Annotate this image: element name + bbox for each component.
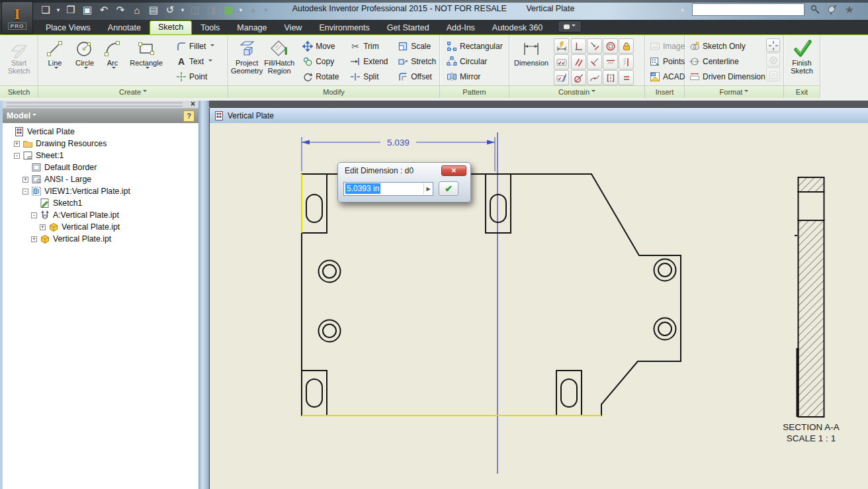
line-button[interactable]: Line — [41, 36, 69, 85]
component-icon[interactable]: ▩ — [221, 3, 236, 17]
sketch-only-button[interactable]: Sketch Only — [687, 38, 765, 54]
panel-footer-format[interactable]: Format — [685, 85, 783, 98]
point-button[interactable]: Point — [173, 69, 217, 84]
parallel-constraint-button[interactable] — [571, 54, 586, 69]
tab-environments[interactable]: Environments — [310, 21, 378, 34]
scale-button[interactable]: Scale — [395, 38, 443, 54]
rectangle-button[interactable]: Rectangle — [126, 36, 167, 85]
tree-item-vertical-plate-ipt-2[interactable]: + Vertical Plate.ipt — [3, 233, 198, 245]
search-key-icon[interactable] — [808, 3, 822, 16]
fix-constraint-button[interactable] — [619, 38, 634, 54]
perpendicular-constraint-button[interactable] — [571, 38, 586, 54]
expand-icon[interactable]: + — [31, 236, 37, 242]
expand-icon[interactable]: + — [22, 177, 28, 183]
component-caret-icon[interactable]: ▾ — [238, 3, 244, 17]
acad-button[interactable]: ACAD — [647, 69, 687, 84]
help-icon[interactable]: ? — [183, 111, 195, 122]
expand-icon[interactable]: + — [40, 224, 46, 230]
panel-footer-sketch[interactable]: Sketch — [0, 85, 38, 98]
tab-sketch[interactable]: Sketch — [150, 21, 192, 34]
tab-manage[interactable]: Manage — [228, 21, 275, 34]
communication-center-icon[interactable] — [826, 3, 839, 16]
finish-sketch-button[interactable]: Finish Sketch — [785, 36, 819, 85]
collapse-icon[interactable]: - — [14, 153, 20, 159]
update-icon[interactable]: ↺ — [163, 3, 177, 17]
panel-footer-modify[interactable]: Modify — [228, 85, 439, 98]
copy-button[interactable]: Copy — [300, 54, 347, 69]
application-menu-button[interactable]: I PRO — [1, 1, 33, 34]
vertical-constraint-button[interactable] — [619, 54, 634, 69]
panel-footer-exit[interactable]: Exit — [784, 85, 820, 98]
tree-item-a-vertical-plate[interactable]: - A:Vertical Plate.ipt — [3, 209, 198, 221]
centerline-button[interactable]: Centerline — [687, 54, 765, 69]
undo-icon[interactable]: ↶ — [97, 3, 111, 17]
tab-place-views[interactable]: Place Views — [37, 21, 99, 34]
tab-view[interactable]: View — [276, 21, 311, 34]
tree-item-view1[interactable]: - VIEW1:Vertical Plate.ipt — [3, 185, 198, 197]
horizontal-constraint-button[interactable] — [603, 54, 618, 69]
dimension-value-text[interactable]: 5.039 — [387, 138, 410, 148]
move-button[interactable]: Move — [300, 38, 347, 54]
dimension-button[interactable]: Dimension — [511, 36, 551, 85]
dialog-close-button[interactable]: ✕ — [441, 165, 466, 176]
split-button[interactable]: Split — [347, 69, 395, 84]
collapse-icon[interactable]: - — [22, 189, 28, 195]
tree-item-default-border[interactable]: Default Border — [3, 161, 198, 173]
close-icon[interactable]: × — [191, 99, 195, 109]
dialog-title-bar[interactable]: Edit Dimension : d0 ✕ — [338, 163, 470, 178]
tab-options-button[interactable] — [558, 21, 582, 32]
rectangular-pattern-button[interactable]: Rectangular — [444, 38, 505, 54]
tree-item-sketch1[interactable]: Sketch1 — [3, 197, 198, 209]
panel-footer-create[interactable]: Create — [38, 85, 228, 98]
appearance-icon[interactable]: ◨ — [204, 3, 219, 17]
panel-footer-insert[interactable]: Insert — [645, 85, 684, 98]
tree-item-sheet1[interactable]: - Sheet:1 — [3, 150, 198, 161]
section-view[interactable] — [795, 177, 824, 417]
new-file-caret-icon[interactable]: ▾ — [55, 3, 62, 17]
dimension-value-input[interactable]: 5.0393 in ▶ — [343, 182, 433, 196]
open-file-icon[interactable]: ❒ — [64, 3, 78, 17]
redo-icon[interactable]: ↷ — [113, 3, 128, 17]
fillet-button[interactable]: Fillet — [173, 38, 217, 54]
home-icon[interactable]: ⌂ — [130, 3, 144, 17]
browser-splitter[interactable] — [198, 101, 209, 489]
panel-footer-constrain[interactable]: Constrain — [509, 85, 644, 98]
tab-add-ins[interactable]: Add-Ins — [438, 21, 484, 34]
favorites-star-icon[interactable]: ★ — [843, 3, 856, 16]
coincident-constraint-button[interactable] — [587, 38, 602, 54]
expand-icon[interactable]: + — [14, 141, 20, 147]
driven-dimension-button[interactable]: Driven Dimension — [687, 69, 765, 84]
add-tool-icon[interactable]: + — [246, 3, 261, 17]
mirror-button[interactable]: Mirror — [444, 69, 505, 84]
show-constraints-button[interactable] — [554, 54, 569, 69]
tangent-constraint-button[interactable] — [571, 70, 586, 85]
constraint-settings-button[interactable] — [554, 70, 569, 85]
auto-dimension-button[interactable] — [554, 38, 569, 54]
drawing-canvas[interactable]: 5.039 — [210, 123, 868, 489]
tab-tools[interactable]: Tools — [192, 21, 228, 34]
points-button[interactable]: Points — [647, 54, 687, 69]
extend-button[interactable]: Extend — [347, 54, 395, 69]
concentric-constraint-button[interactable] — [603, 38, 618, 54]
construction-toggle-button[interactable] — [766, 53, 780, 67]
tab-get-started[interactable]: Get Started — [378, 21, 438, 34]
browser-grip-bar[interactable]: × — [3, 101, 198, 109]
symmetric-constraint-button[interactable] — [603, 70, 618, 85]
qat-customize-icon[interactable]: ▾ — [263, 3, 269, 17]
smooth-constraint-button[interactable] — [587, 70, 602, 85]
image-button[interactable]: Image — [647, 38, 687, 54]
fill-hatch-region-button[interactable]: Fill/Hatch Region — [264, 36, 294, 85]
update-caret-icon[interactable]: ▾ — [179, 3, 186, 17]
circular-pattern-button[interactable]: Circular — [444, 54, 505, 69]
tree-item-drawing-resources[interactable]: + Drawing Resources — [3, 138, 198, 150]
dialog-ok-button[interactable]: ✔ — [439, 181, 458, 196]
tree-item-vertical-plate-ipt[interactable]: + Vertical Plate.ipt — [3, 221, 198, 233]
reference-toggle-button[interactable] — [766, 67, 780, 81]
panel-footer-pattern[interactable]: Pattern — [440, 85, 509, 98]
project-geometry-button[interactable]: Project Geometry — [231, 36, 263, 85]
save-icon[interactable]: ▣ — [80, 3, 95, 17]
new-file-icon[interactable]: ❏ — [38, 3, 53, 17]
arc-button[interactable]: Arc — [101, 36, 124, 85]
tree-item-vertical-plate[interactable]: Vertical Plate — [3, 126, 198, 138]
equal-constraint-button[interactable] — [619, 70, 634, 85]
